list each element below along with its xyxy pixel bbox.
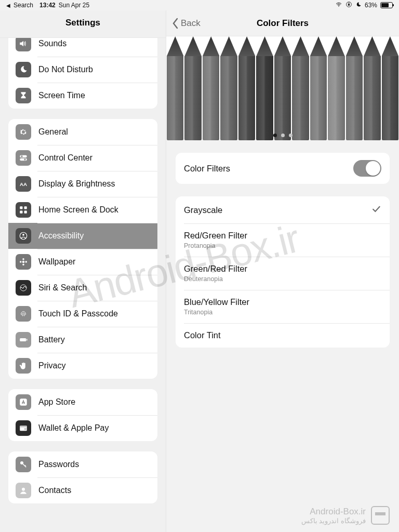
back-caret-icon: ◀ xyxy=(6,3,10,8)
moon-icon xyxy=(16,62,31,77)
svg-rect-5 xyxy=(20,158,27,161)
svg-rect-10 xyxy=(20,211,22,214)
person-icon xyxy=(16,228,31,244)
sidebar-item-privacy[interactable]: Privacy xyxy=(8,353,157,379)
sidebar-item-label: Passwords xyxy=(38,460,79,469)
svg-text:AA: AA xyxy=(20,181,27,187)
fingerprint-icon xyxy=(16,306,31,322)
color-filters-toggle-row[interactable]: Color Filters xyxy=(176,153,390,184)
svg-point-0 xyxy=(338,6,339,7)
filter-option[interactable]: Grayscale xyxy=(176,196,390,223)
aa-icon: AA xyxy=(16,176,31,192)
filter-option[interactable]: Red/Green FilterProtanopia xyxy=(176,223,390,257)
filter-option[interactable]: Blue/Yellow FilterTritanopia xyxy=(176,290,390,323)
sidebar-item-passwords[interactable]: Passwords xyxy=(8,451,157,477)
sidebar-item-label: Privacy xyxy=(38,361,65,370)
wallet-icon xyxy=(16,420,31,436)
svg-point-27 xyxy=(22,488,25,491)
siri-icon xyxy=(16,280,31,296)
svg-rect-2 xyxy=(348,4,350,5)
svg-rect-3 xyxy=(20,155,27,158)
preview-pencil xyxy=(274,36,291,140)
status-bar: ◀ Search 13:42 Sun Apr 25 63% xyxy=(0,0,399,10)
svg-point-17 xyxy=(20,261,21,262)
contact-icon xyxy=(16,483,31,498)
sidebar-item-label: Battery xyxy=(38,335,65,344)
filter-option[interactable]: Color Tint xyxy=(176,323,390,348)
sidebar-item-screen-time[interactable]: Screen Time xyxy=(8,83,157,109)
filter-option[interactable]: Green/Red FilterDeuteranopia xyxy=(176,257,390,290)
preview-pencil xyxy=(327,36,345,140)
sidebar-item-label: General xyxy=(38,127,68,137)
sidebar-item-label: Siri & Search xyxy=(38,283,87,292)
key-icon xyxy=(16,457,31,472)
toggles-icon xyxy=(16,150,31,166)
sidebar-item-label: Do Not Disturb xyxy=(38,65,93,74)
sidebar-item-app-store[interactable]: App Store xyxy=(8,389,157,415)
page-dot[interactable] xyxy=(273,134,277,137)
orientation-lock-icon xyxy=(345,1,352,9)
preview-pencil xyxy=(220,36,237,140)
sidebar-item-wallpaper[interactable]: Wallpaper xyxy=(8,249,157,275)
status-back-app[interactable]: Search xyxy=(14,2,33,9)
detail-title: Color Filters xyxy=(166,18,399,29)
filter-preview[interactable] xyxy=(166,36,399,140)
color-filters-toggle[interactable] xyxy=(353,160,381,177)
status-date: Sun Apr 25 xyxy=(59,2,89,9)
preview-pencil xyxy=(345,36,363,140)
gear-icon xyxy=(16,124,31,140)
sidebar-item-touchid[interactable]: Touch ID & Passcode xyxy=(8,301,157,327)
sidebar-item-label: Screen Time xyxy=(38,91,85,100)
filter-label: Color Tint xyxy=(184,330,221,340)
sidebar-item-label: Home Screen & Dock xyxy=(38,205,118,215)
svg-rect-9 xyxy=(24,206,27,209)
svg-rect-24 xyxy=(20,426,27,428)
filter-sublabel: Tritanopia xyxy=(184,309,249,316)
sidebar: Settings SoundsDo Not DisturbScreen Time… xyxy=(0,10,166,532)
sidebar-item-home-dock[interactable]: Home Screen & Dock xyxy=(8,197,157,223)
sidebar-item-label: Sounds xyxy=(38,39,66,48)
sidebar-item-label: Touch ID & Passcode xyxy=(38,309,118,318)
hourglass-icon xyxy=(16,88,31,103)
sidebar-item-control-center[interactable]: Control Center xyxy=(8,145,157,171)
flower-icon xyxy=(16,254,31,270)
preview-pencil xyxy=(291,36,309,140)
battery-icon xyxy=(16,332,31,348)
appstore-icon xyxy=(16,394,31,410)
sidebar-item-battery[interactable]: Battery xyxy=(8,327,157,353)
detail-pane: Back Color Filters Color Filters Graysca… xyxy=(166,10,399,532)
svg-point-15 xyxy=(22,258,24,260)
speaker-icon xyxy=(16,38,31,51)
sidebar-item-display[interactable]: AADisplay & Brightness xyxy=(8,171,157,197)
sidebar-item-general[interactable]: General xyxy=(8,119,157,145)
status-time: 13:42 xyxy=(39,2,56,9)
sidebar-item-siri[interactable]: Siri & Search xyxy=(8,275,157,301)
sidebar-item-accessibility[interactable]: Accessibility xyxy=(8,223,157,249)
preview-pencil xyxy=(238,36,256,140)
svg-point-6 xyxy=(24,158,25,160)
back-button[interactable]: Back xyxy=(166,18,201,29)
dnd-moon-icon xyxy=(355,2,362,9)
filter-label: Grayscale xyxy=(184,205,222,215)
sidebar-title: Settings xyxy=(0,10,166,38)
sidebar-item-label: Wallet & Apple Pay xyxy=(38,423,109,433)
sidebar-item-contacts[interactable]: Contacts xyxy=(8,477,157,503)
sidebar-item-label: App Store xyxy=(38,397,75,407)
page-dots xyxy=(166,134,399,137)
preview-pencil xyxy=(310,36,327,140)
sidebar-item-label: Display & Brightness xyxy=(38,179,115,189)
sidebar-item-wallet[interactable]: Wallet & Apple Pay xyxy=(8,415,157,441)
wifi-icon xyxy=(335,2,342,9)
sidebar-item-dnd[interactable]: Do Not Disturb xyxy=(8,57,157,83)
svg-rect-11 xyxy=(24,211,27,214)
page-dot[interactable] xyxy=(289,134,292,137)
page-dot[interactable] xyxy=(281,134,285,137)
sidebar-item-sounds[interactable]: Sounds xyxy=(8,38,157,57)
preview-pencil xyxy=(363,36,381,140)
grid-icon xyxy=(16,202,31,218)
preview-pencil xyxy=(202,36,220,140)
preview-pencil xyxy=(166,36,184,140)
sidebar-item-label: Accessibility xyxy=(38,231,84,241)
filter-label: Blue/Yellow Filter xyxy=(184,297,249,307)
battery-percent: 63% xyxy=(365,2,377,9)
